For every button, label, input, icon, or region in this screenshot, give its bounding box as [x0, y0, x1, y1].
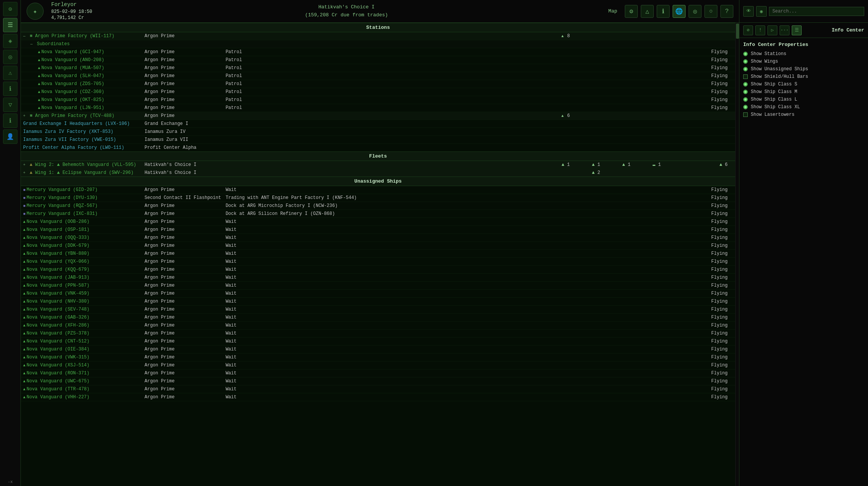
property-show-stations[interactable]: Show Stations: [743, 51, 864, 57]
sidebar-icon-list[interactable]: ☰: [3, 18, 17, 32]
top-icon-globe[interactable]: 🌐: [673, 5, 686, 18]
table-row[interactable]: ▲Nova Vanguard (XSJ-514) Argon Prime Wai…: [21, 361, 735, 369]
table-row[interactable]: ▲Nova Vanguard (OQQ-333) Argon Prime Wai…: [21, 234, 735, 242]
table-row[interactable]: ▲Nova Vanguard (NHV-380) Argon Prime Wai…: [21, 298, 735, 306]
scrollbar-thumb[interactable]: [736, 24, 739, 39]
table-row[interactable]: ▲Nova Vanguard (TTR-478) Argon Prime Wai…: [21, 385, 735, 393]
table-row[interactable]: ▲Nova Vanguard (SLH-047) Argon Prime Pat…: [21, 72, 735, 80]
label-show-class-s: Show Ship Class S: [751, 82, 797, 87]
table-row[interactable]: ▲Nova Vanguard (KQQ-679) Argon Prime Wai…: [21, 266, 735, 274]
table-row[interactable]: — ■ Argon Prime Factory (WII-117) Argon …: [21, 32, 735, 40]
sidebar-icon-home[interactable]: ⊙: [3, 2, 17, 16]
table-row[interactable]: ▲Nova Vanguard (ZDS-705) Argon Prime Pat…: [21, 80, 735, 88]
right-icon-ban[interactable]: ⊘: [743, 25, 753, 35]
collapse-icon[interactable]: —: [23, 34, 25, 38]
table-row[interactable]: ▲Nova Vanguard (UWC-675) Argon Prime Wai…: [21, 377, 735, 385]
right-icon-arrow[interactable]: ▷: [767, 25, 777, 35]
right-icon-eye2[interactable]: ◉: [756, 6, 767, 17]
table-row[interactable]: ▲Nova Vanguard (RON-371) Argon Prime Wai…: [21, 369, 735, 377]
table-row[interactable]: ▲Nova Vanguard (CNT-512) Argon Prime Wai…: [21, 338, 735, 346]
table-row[interactable]: Profit Center Alpha Factory (LWO-111) Pr…: [21, 144, 735, 152]
map-label[interactable]: Map: [609, 8, 617, 14]
right-icon-dots[interactable]: ···: [780, 25, 789, 35]
radio-show-wings[interactable]: [743, 59, 748, 64]
table-row[interactable]: Ianamus Zura VII Factory (VWE-015) Ianam…: [21, 136, 735, 144]
top-icon-target[interactable]: ◎: [689, 5, 701, 18]
table-row[interactable]: ▲Nova Vanguard (YQX-066) Argon Prime Wai…: [21, 258, 735, 266]
table-row[interactable]: ▲Nova Vanguard (LJN-951) Argon Prime Pat…: [21, 104, 735, 112]
checkbox-show-lasertowers[interactable]: [743, 112, 748, 117]
property-show-class-xl[interactable]: Show Ship Class XL: [743, 104, 864, 110]
top-icon-alert[interactable]: △: [641, 5, 654, 18]
table-row[interactable]: ■Mercury Vanguard (RQZ-567) Argon Prime …: [21, 202, 735, 210]
table-row[interactable]: ▲Nova Vanguard (OOB-286) Argon Prime Wai…: [21, 218, 735, 226]
table-row[interactable]: ▲Nova Vanguard (DDK-679) Argon Prime Wai…: [21, 242, 735, 250]
wing-icon: ▲: [30, 170, 32, 175]
table-row[interactable]: ▲Nova Vanguard (YBN-880) Argon Prime Wai…: [21, 250, 735, 258]
table-row[interactable]: ▲Nova Vanguard (XFH-286) Argon Prime Wai…: [21, 322, 735, 330]
top-icon-settings[interactable]: ⚙: [625, 5, 638, 18]
radio-show-stations[interactable]: [743, 52, 748, 56]
table-row[interactable]: ■Mercury Vanguard (GID-207) Argon Prime …: [21, 186, 735, 194]
main-table-scroll[interactable]: Stations — ■ Argon Prime Factory (WII-11…: [21, 23, 735, 486]
table-row[interactable]: + ▲ Wing 1: ▲ Eclipse Vanguard (SWV-296)…: [21, 169, 735, 177]
table-row[interactable]: ▲Nova Vanguard (SEV-748) Argon Prime Wai…: [21, 306, 735, 314]
table-row[interactable]: ■Mercury Vanguard (DYU-130) Second Conta…: [21, 194, 735, 202]
sidebar-icon-person[interactable]: 👤: [3, 129, 17, 144]
table-row[interactable]: ▲Nova Vanguard (PPN-587) Argon Prime Wai…: [21, 282, 735, 290]
top-icons: ⚙ △ ℹ 🌐 ◎ ○ ?: [625, 5, 733, 18]
table-row[interactable]: ■Mercury Vanguard (IXC-831) Argon Prime …: [21, 210, 735, 218]
sidebar-icon-alert[interactable]: ⚠: [3, 66, 17, 80]
top-icon-info[interactable]: ℹ: [657, 5, 670, 18]
radio-show-class-xl[interactable]: [743, 105, 748, 109]
properties-title: Info Center Properties: [743, 42, 864, 47]
right-icon-eye[interactable]: 👁: [743, 6, 754, 17]
station-icon: ■: [30, 33, 32, 39]
table-row[interactable]: Grand Exchange I Headquarters (LVX-106) …: [21, 120, 735, 128]
table-row[interactable]: Ianamus Zura IV Factory (XKT-853) Ianamu…: [21, 128, 735, 136]
property-show-class-s[interactable]: Show Ship Class S: [743, 82, 864, 87]
station-icon: ■: [30, 113, 32, 118]
table-row[interactable]: ▲Nova Vanguard (PZS-378) Argon Prime Wai…: [21, 330, 735, 338]
table-row[interactable]: ▲Nova Vanguard (VWK-315) Argon Prime Wai…: [21, 353, 735, 361]
checkbox-show-shield[interactable]: [743, 74, 748, 79]
radio-show-unassigned[interactable]: [743, 67, 748, 71]
player-info: Forleyor 825-02-09 18:50 4,791,142 Cr: [51, 1, 92, 21]
table-row[interactable]: ▲Nova Vanguard (MUA-507) Argon Prime Pat…: [21, 64, 735, 72]
radio-show-class-l[interactable]: [743, 97, 748, 102]
search-input[interactable]: [769, 7, 864, 16]
table-row[interactable]: ▲Nova Vanguard (GAB-326) Argon Prime Wai…: [21, 314, 735, 322]
sidebar-icon-map[interactable]: ◈: [3, 34, 17, 48]
table-row[interactable]: ▲Nova Vanguard (OSP-181) Argon Prime Wai…: [21, 226, 735, 234]
property-show-class-l[interactable]: Show Ship Class L: [743, 97, 864, 102]
table-row[interactable]: — Subordinates: [21, 40, 735, 48]
sidebar-icon-target[interactable]: ◎: [3, 50, 17, 64]
top-icon-circle[interactable]: ○: [704, 5, 717, 18]
right-icon-list[interactable]: ☰: [792, 25, 802, 35]
main-scrollbar[interactable]: [735, 23, 739, 486]
table-row[interactable]: ▲Nova Vanguard (GCI-947) Argon Prime Pat…: [21, 48, 735, 56]
table-row[interactable]: ▲Nova Vanguard (VNK-459) Argon Prime Wai…: [21, 290, 735, 298]
sidebar-icon-info2[interactable]: ℹ: [3, 114, 17, 128]
station-name-1[interactable]: — ■ Argon Prime Factory (WII-117): [21, 32, 142, 40]
table-row[interactable]: ▲Nova Vanguard (OIE-384) Argon Prime Wai…: [21, 346, 735, 353]
right-icon-alert[interactable]: !: [755, 25, 765, 35]
table-row[interactable]: + ▲ Wing 2: ▲ Behemoth Vanguard (VLL-595…: [21, 161, 735, 169]
table-row[interactable]: ▲Nova Vanguard (VHH-227) Argon Prime Wai…: [21, 393, 735, 401]
property-show-unassigned[interactable]: Show Unassigned Ships: [743, 66, 864, 72]
table-row[interactable]: + ■ Argon Prime Factory (TCV-488) Argon …: [21, 112, 735, 120]
table-row[interactable]: ▲Nova Vanguard (ANO-208) Argon Prime Pat…: [21, 56, 735, 64]
table-row[interactable]: ▲Nova Vanguard (JAB-913) Argon Prime Wai…: [21, 274, 735, 282]
property-show-class-m[interactable]: Show Ship Class M: [743, 89, 864, 95]
right-panel: 👁 ◉ ⊘ ! ▷ ··· ☰ Info Center Info Center …: [739, 0, 868, 486]
property-show-lasertowers[interactable]: Show Lasertowers: [743, 112, 864, 117]
sidebar-icon-down[interactable]: ▽: [3, 98, 17, 112]
top-icon-help[interactable]: ?: [720, 5, 733, 18]
property-show-wings[interactable]: Show Wings: [743, 59, 864, 64]
sidebar-icon-info[interactable]: ℹ: [3, 82, 17, 96]
table-row[interactable]: ▲Nova Vanguard (CDZ-360) Argon Prime Pat…: [21, 88, 735, 96]
radio-show-class-s[interactable]: [743, 82, 748, 87]
radio-show-class-m[interactable]: [743, 90, 748, 94]
table-row[interactable]: ▲Nova Vanguard (OKT-825) Argon Prime Pat…: [21, 96, 735, 104]
property-show-shield[interactable]: Show Shield/Hull Bars: [743, 74, 864, 79]
